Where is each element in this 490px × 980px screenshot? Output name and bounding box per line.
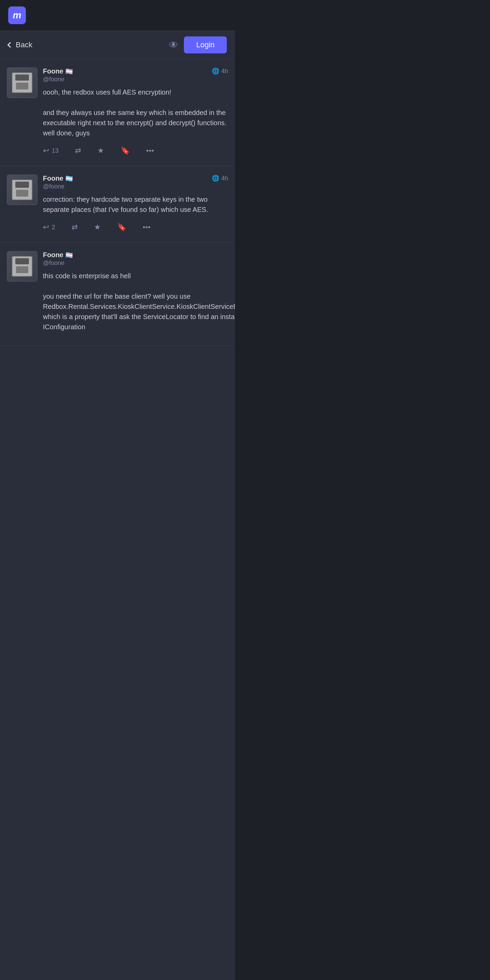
floppy-disk-icon-3 <box>12 256 32 277</box>
post-1-handle[interactable]: @foone <box>43 76 73 83</box>
post-2-meta: 🌐 4h <box>212 175 228 182</box>
post-2-content: Foone 🏳️‍⚧️ @foone 🌐 4h correction: they… <box>43 175 228 234</box>
reply-icon-2: ↩ <box>43 223 49 232</box>
secondary-nav-actions: 👁 Login <box>169 37 227 53</box>
post-1: Foone 🏳️‍⚧️ @foone 🌐 4h oooh, the redbox… <box>0 59 235 166</box>
post-2-time: 4h <box>221 175 228 182</box>
post-1-content: Foone 🏳️‍⚧️ @foone 🌐 4h oooh, the redbox… <box>43 67 228 158</box>
post-3-text: this code is enterprise as hell you need… <box>43 271 257 332</box>
mastodon-logo[interactable]: m <box>8 6 26 24</box>
post-1-actions: ↩ 13 ⇄ ★ 🔖 ••• <box>43 143 228 158</box>
post-1-meta: 🌐 4h <box>212 67 228 75</box>
post-3-author: Foone 🏳️‍⚧️ @foone <box>43 251 73 267</box>
bookmark-icon-2: 🔖 <box>117 223 126 232</box>
post-3-header: Foone 🏳️‍⚧️ @foone 🌐 4h <box>43 251 257 267</box>
reply-button-1[interactable]: ↩ 13 <box>43 143 67 158</box>
favorite-icon-1: ★ <box>97 146 104 155</box>
trans-flag-icon-2: 🏳️‍⚧️ <box>65 175 73 182</box>
reply-button-2[interactable]: ↩ 2 <box>43 220 63 234</box>
boost-button-1[interactable]: ⇄ <box>67 143 89 158</box>
post-3-author-name: Foone 🏳️‍⚧️ <box>43 251 73 259</box>
post-2-text: correction: they hardcode two separate k… <box>43 194 228 215</box>
reply-count-2: 2 <box>52 224 55 231</box>
post-3-content: Foone 🏳️‍⚧️ @foone 🌐 4h this code is ent… <box>43 251 257 337</box>
reply-icon-1: ↩ <box>43 146 49 155</box>
globe-icon-2: 🌐 <box>212 175 219 182</box>
post-1-text: oooh, the redbox uses full AES encryptio… <box>43 87 228 138</box>
post-1-text-2: and they always use the same key which i… <box>43 108 228 138</box>
logo-area: m <box>8 6 26 24</box>
more-icon-1: ••• <box>146 146 154 155</box>
avatar-image-2 <box>8 175 37 204</box>
bookmark-icon-1: 🔖 <box>121 146 130 155</box>
post-2-author-name: Foone 🏳️‍⚧️ <box>43 175 73 182</box>
post-1-header: Foone 🏳️‍⚧️ @foone 🌐 4h <box>43 67 228 83</box>
author-name-text-2: Foone <box>43 175 63 182</box>
chevron-left-icon <box>8 42 13 48</box>
favorite-button-2[interactable]: ★ <box>86 220 109 234</box>
post-1-text-1: oooh, the redbox uses full AES encryptio… <box>43 87 228 97</box>
post-2-text-1: correction: they hardcode two separate k… <box>43 194 228 215</box>
reply-count-1: 13 <box>52 147 59 154</box>
eye-icon: 👁 <box>169 40 179 50</box>
floppy-disk-icon-2 <box>12 180 32 200</box>
avatar-image-1 <box>8 68 37 97</box>
eye-button[interactable]: 👁 <box>169 40 179 51</box>
trans-flag-icon: 🏳️‍⚧️ <box>65 68 73 75</box>
login-secondary-button[interactable]: Login <box>184 37 227 53</box>
bookmark-button-1[interactable]: 🔖 <box>112 143 138 158</box>
author-name-text-3: Foone <box>43 251 63 259</box>
secondary-navigation: Back 👁 Login <box>0 31 235 59</box>
more-button-2[interactable]: ••• <box>134 220 159 234</box>
post-2-header: Foone 🏳️‍⚧️ @foone 🌐 4h <box>43 175 228 190</box>
back-label: Back <box>16 40 32 49</box>
post-2-author: Foone 🏳️‍⚧️ @foone <box>43 175 73 190</box>
post-3-handle[interactable]: @foone <box>43 259 73 267</box>
post-2: Foone 🏳️‍⚧️ @foone 🌐 4h correction: they… <box>0 166 235 243</box>
more-button-1[interactable]: ••• <box>138 143 162 158</box>
post-1-time: 4h <box>221 68 228 75</box>
post-1-author: Foone 🏳️‍⚧️ @foone <box>43 67 73 83</box>
trans-flag-icon-3: 🏳️‍⚧️ <box>65 251 73 259</box>
boost-icon-2: ⇄ <box>72 223 78 232</box>
author-name-text: Foone <box>43 67 63 75</box>
post-3-text-2: you need the url for the base client? we… <box>43 291 257 332</box>
back-button[interactable]: Back <box>8 40 32 49</box>
avatar-foone-2[interactable] <box>7 175 37 205</box>
floppy-disk-icon <box>12 72 32 93</box>
more-icon-2: ••• <box>143 223 150 232</box>
logo-letter: m <box>13 10 21 21</box>
post-1-author-name: Foone 🏳️‍⚧️ <box>43 67 73 75</box>
globe-icon-1: 🌐 <box>212 67 219 75</box>
post-2-handle[interactable]: @foone <box>43 183 73 190</box>
content-area: Foone 🏳️‍⚧️ @foone 🌐 4h oooh, the redbox… <box>0 59 235 346</box>
post-3: Foone 🏳️‍⚧️ @foone 🌐 4h this code is ent… <box>0 243 235 346</box>
boost-icon-1: ⇄ <box>75 146 81 155</box>
favorite-icon-2: ★ <box>94 223 101 232</box>
right-sidebar <box>235 0 490 980</box>
avatar-foone-1[interactable] <box>7 67 37 98</box>
boost-button-2[interactable]: ⇄ <box>63 220 86 234</box>
avatar-image-3 <box>8 252 37 281</box>
avatar-foone-3[interactable] <box>7 251 37 282</box>
favorite-button-1[interactable]: ★ <box>89 143 112 158</box>
post-3-text-1: this code is enterprise as hell <box>43 271 257 281</box>
bookmark-button-2[interactable]: 🔖 <box>109 220 134 234</box>
post-2-actions: ↩ 2 ⇄ ★ 🔖 ••• <box>43 220 228 234</box>
